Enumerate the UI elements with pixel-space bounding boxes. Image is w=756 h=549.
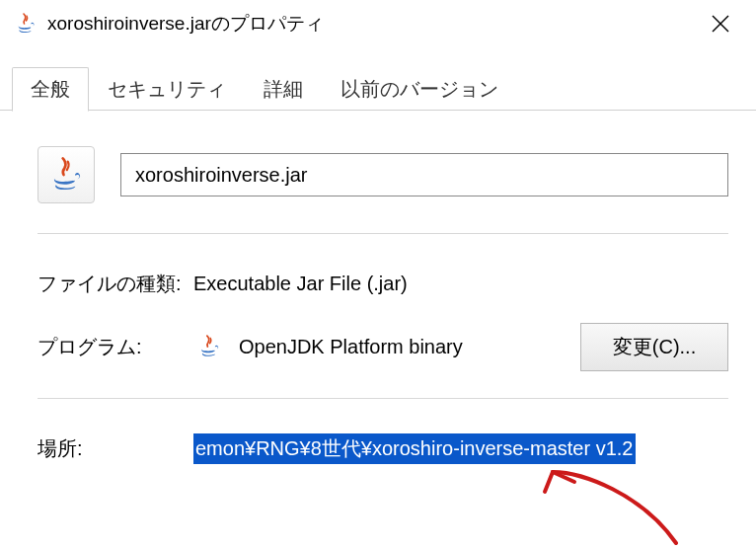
tab-details[interactable]: 詳細 [245,67,322,111]
label-location: 場所: [38,435,193,462]
row-program: プログラム: OpenJDK Platform binary 変更(C)... [38,319,728,374]
row-filetype: ファイルの種類: Executable Jar File (.jar) [38,256,728,311]
filename-text: xoroshiroinverse.jar [135,164,308,187]
tab-strip: 全般 セキュリティ 詳細 以前のバージョン [0,69,756,111]
file-header-row: xoroshiroinverse.jar [38,146,728,203]
file-type-icon [38,146,95,203]
change-button[interactable]: 変更(C)... [580,323,728,371]
window-title: xoroshiroinverse.jarのプロパティ [47,11,697,37]
divider [38,398,728,399]
value-program: OpenJDK Platform binary [239,336,563,358]
titlebar: xoroshiroinverse.jarのプロパティ [0,0,756,47]
tab-general[interactable]: 全般 [12,67,89,112]
java-icon [12,10,39,38]
java-icon [193,331,225,362]
tab-content: xoroshiroinverse.jar ファイルの種類: Executable… [0,111,756,476]
hand-drawn-arrow-annotation [533,464,730,549]
divider [38,233,728,234]
tab-previous-versions[interactable]: 以前のバージョン [322,67,517,111]
close-button[interactable] [697,0,744,47]
tab-security[interactable]: セキュリティ [89,67,245,111]
label-program: プログラム: [38,334,193,360]
filename-field[interactable]: xoroshiroinverse.jar [120,153,728,196]
row-location: 場所: emon¥RNG¥8世代¥xoroshiro-inverse-maste… [38,421,728,476]
value-filetype: Executable Jar File (.jar) [193,273,728,295]
value-location[interactable]: emon¥RNG¥8世代¥xoroshiro-inverse-master v1… [193,433,636,464]
label-filetype: ファイルの種類: [38,271,193,297]
